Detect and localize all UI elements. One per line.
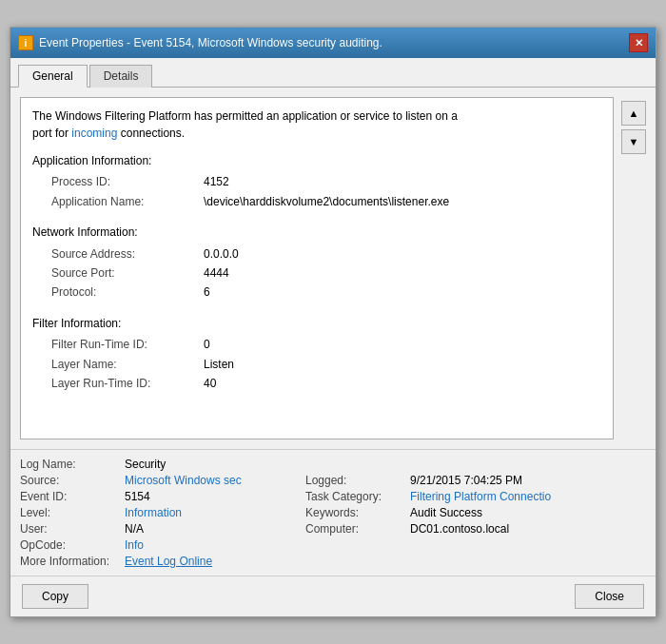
title-bar: i Event Properties - Event 5154, Microso… [10,28,656,58]
event-id-value: 5154 [125,490,305,503]
field-layer-runtime-id: Layer Run-Time ID: 40 [32,374,601,393]
field-process-id: Process ID: 4152 [32,172,601,191]
label-layer-runtime-id: Layer Run-Time ID: [51,374,204,393]
log-name-label: Log Name: [20,458,125,471]
label-source-address: Source Address: [51,244,204,263]
computer-label: Computer: [305,522,410,536]
field-protocol: Protocol: 6 [32,283,601,302]
label-source-port: Source Port: [51,263,204,283]
scroll-up-button[interactable]: ▲ [621,101,646,126]
content-area: The Windows Filtering Platform has permi… [10,88,656,449]
value-app-name: \device\harddiskvolume2\documents\listen… [204,192,449,211]
up-arrow-icon: ▲ [629,107,639,119]
opcode-value: Info [125,538,305,552]
logged-label: Logged: [305,474,410,487]
close-window-button[interactable]: ✕ [629,33,648,52]
log-name-value: Security [125,458,305,471]
field-source-address: Source Address: 0.0.0.0 [32,244,601,263]
more-info-link[interactable]: Event Log Online [125,555,305,568]
keywords-value: Audit Success [410,506,646,519]
empty-1 [305,458,410,471]
description-part3: connections. [117,127,185,140]
computer-value: DC01.contoso.local [410,522,646,536]
side-buttons: ▲ ▼ [621,97,646,439]
task-category-label: Task Category: [305,490,410,503]
level-label: Level: [20,506,125,519]
event-id-label: Event ID: [20,490,125,503]
scroll-down-button[interactable]: ▼ [621,129,646,154]
section-header-app: Application Information: [32,151,601,170]
empty-4 [410,538,646,552]
label-process-id: Process ID: [51,172,204,191]
empty-5 [305,555,410,568]
close-button[interactable]: Close [575,584,644,609]
section-header-network: Network Information: [32,223,601,242]
title-bar-left: i Event Properties - Event 5154, Microso… [18,35,382,50]
source-value: Microsoft Windows sec [125,474,305,487]
footer: Copy Close [10,576,656,616]
source-label: Source: [20,474,125,487]
level-value: Information [125,506,305,519]
description: The Windows Filtering Platform has permi… [32,107,601,142]
user-label: User: [20,522,125,536]
tab-bar: General Details [10,58,656,88]
description-part1: The Windows Filtering Platform has permi… [32,109,458,123]
value-filter-runtime-id: 0 [204,335,210,354]
description-link: incoming [71,127,117,140]
value-layer-name: Listen [204,355,234,374]
keywords-label: Keywords: [305,506,410,519]
logged-value: 9/21/2015 7:04:25 PM [410,474,646,487]
empty-2 [410,458,646,471]
copy-button[interactable]: Copy [22,584,88,609]
value-source-port: 4444 [204,263,229,283]
task-category-value: Filtering Platform Connectio [410,490,646,503]
field-filter-runtime-id: Filter Run-Time ID: 0 [32,335,601,354]
down-arrow-icon: ▼ [629,136,639,147]
tab-details[interactable]: Details [89,65,153,88]
label-layer-name: Layer Name: [51,355,204,374]
section-header-filter: Filter Information: [32,314,601,333]
field-source-port: Source Port: 4444 [32,263,601,283]
empty-6 [410,555,646,568]
more-info-label: More Information: [20,555,125,568]
main-panel: The Windows Filtering Platform has permi… [20,97,614,439]
event-properties-window: i Event Properties - Event 5154, Microso… [10,27,656,617]
value-protocol: 6 [204,283,210,302]
window-icon: i [18,35,33,50]
tab-general[interactable]: General [18,65,88,88]
label-app-name: Application Name: [51,192,204,211]
value-source-address: 0.0.0.0 [204,244,239,263]
info-box: The Windows Filtering Platform has permi… [20,97,614,439]
user-value: N/A [125,522,305,536]
label-filter-runtime-id: Filter Run-Time ID: [51,335,204,354]
meta-section: Log Name: Security Source: Microsoft Win… [10,449,656,576]
value-layer-runtime-id: 40 [204,374,216,393]
label-protocol: Protocol: [51,283,204,302]
window-title: Event Properties - Event 5154, Microsoft… [39,36,382,49]
opcode-label: OpCode: [20,538,125,552]
field-app-name: Application Name: \device\harddiskvolume… [32,192,601,211]
value-process-id: 4152 [204,172,229,191]
description-part2: port for [32,127,71,140]
empty-3 [305,538,410,552]
meta-grid: Log Name: Security Source: Microsoft Win… [20,458,646,568]
field-layer-name: Layer Name: Listen [32,355,601,374]
